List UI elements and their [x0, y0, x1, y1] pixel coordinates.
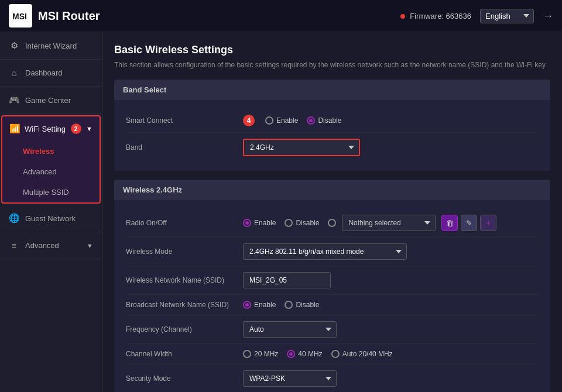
radio-disable-option[interactable]: Disable	[285, 219, 319, 227]
smart-connect-enable-radio[interactable]	[265, 116, 273, 125]
smart-connect-row: Smart Connect 4 Enable Disable	[126, 109, 539, 133]
sidebar-item-multiple-ssid[interactable]: Multiple SSID	[2, 182, 100, 202]
chevron-down-icon: ▼	[86, 125, 92, 132]
sidebar-wifi-setting-group: 📶 WiFi Setting 2 ▼ Wireless Advanced Mul…	[1, 115, 101, 204]
ssid-input[interactable]	[243, 272, 331, 288]
radio-nothing-radio[interactable]	[328, 219, 336, 227]
language-select[interactable]: English Chinese Japanese	[480, 9, 534, 23]
frequency-channel-control: Auto 1 6 11	[243, 321, 539, 338]
frequency-channel-row: Frequency (Channel) Auto 1 6 11	[126, 315, 539, 344]
firmware-info: Firmware: 663636	[400, 12, 471, 20]
band-select-body: Smart Connect 4 Enable Disable	[114, 100, 550, 171]
sidebar-item-game-center[interactable]: 🎮 Game Center	[0, 87, 102, 114]
firmware-status-dot	[400, 14, 405, 19]
sidebar-label-guest-network: Guest Network	[25, 214, 76, 223]
gamepad-icon: 🎮	[9, 95, 19, 105]
wireless-mode-select[interactable]: 2.4GHz 802.11 b/g/n/ax mixed mode 2.4GHz…	[243, 243, 407, 260]
radio-enable-option[interactable]: Enable	[243, 219, 276, 227]
broadcast-name-row: Broadcast Network Name (SSID) Enable Dis…	[126, 295, 539, 315]
radio-disable-label: Disable	[296, 219, 319, 227]
channel-40mhz-radio[interactable]	[287, 350, 295, 358]
sidebar-item-guest-network[interactable]: 🌐 Guest Network	[0, 205, 102, 232]
sidebar-item-wireless[interactable]: Wireless	[2, 141, 100, 161]
sidebar-label-wifi-setting: WiFi Setting	[25, 125, 66, 133]
page-title: Basic Wireless Settings	[114, 44, 550, 56]
security-mode-select[interactable]: WPA2-PSK WPA3-SAE None	[243, 370, 337, 387]
header: MSI MSI Router Firmware: 663636 English …	[0, 0, 562, 32]
radio-action-buttons: 🗑 ✎ ＋	[441, 215, 496, 231]
smart-connect-control: 4 Enable Disable	[243, 115, 539, 126]
frequency-channel-select[interactable]: Auto 1 6 11	[243, 321, 337, 338]
radio-on-off-group: Enable Disable	[243, 219, 336, 227]
band-row: Band 2.4GHz 5GHz 6GHz	[126, 133, 539, 162]
band-select-header: Band Select	[114, 80, 550, 100]
msi-logo-icon: MSI	[9, 4, 32, 27]
app-title: MSI Router	[38, 9, 100, 23]
main-content: Basic Wireless Settings This section all…	[102, 32, 562, 392]
sidebar-item-dashboard[interactable]: ⌂ Dashboard	[0, 60, 102, 87]
broadcast-enable-radio[interactable]	[243, 301, 251, 309]
smart-connect-radio-group: Enable Disable	[265, 116, 341, 125]
broadcast-disable-label: Disable	[296, 301, 319, 309]
smart-connect-disable-radio[interactable]	[307, 116, 315, 125]
network-name-label: Wireless Network Name (SSID)	[126, 276, 243, 284]
frequency-channel-label: Frequency (Channel)	[126, 325, 243, 333]
smart-connect-label: Smart Connect	[126, 116, 243, 125]
sidebar-item-wifi-setting[interactable]: 📶 WiFi Setting 2 ▼	[2, 116, 100, 141]
globe-icon: 🌐	[9, 213, 19, 223]
channel-width-label: Channel Width	[126, 350, 243, 358]
step-badge-4: 4	[243, 115, 255, 126]
sidebar-item-advanced[interactable]: ≡ Advanced ▼	[0, 232, 102, 259]
sidebar-item-internet-wizard[interactable]: ⚙ Internet Wizard	[0, 32, 102, 60]
channel-width-control: 20 MHz 40 MHz Auto 20/40 MHz	[243, 350, 539, 358]
radio-edit-button[interactable]: ✎	[461, 215, 477, 231]
wifi-badge: 2	[71, 123, 81, 134]
band-select-section: Band Select Smart Connect 4 Enable	[114, 80, 550, 171]
broadcast-enable-option[interactable]: Enable	[243, 301, 276, 309]
wireless-mode-control: 2.4GHz 802.11 b/g/n/ax mixed mode 2.4GHz…	[243, 243, 539, 260]
broadcast-enable-label: Enable	[254, 301, 276, 309]
chevron-down-icon-advanced: ▼	[87, 242, 93, 249]
channel-auto-radio[interactable]	[331, 350, 340, 358]
wifi-icon: 📶	[9, 123, 20, 134]
radio-nothing-option[interactable]	[328, 219, 336, 227]
sidebar-label-internet-wizard: Internet Wizard	[25, 42, 77, 50]
channel-40mhz-label: 40 MHz	[298, 350, 322, 358]
radio-enable-radio[interactable]	[243, 219, 251, 227]
network-name-row: Wireless Network Name (SSID)	[126, 266, 539, 295]
firmware-label: Firmware: 663636	[410, 12, 471, 20]
sidebar-item-advanced-wifi[interactable]: Advanced	[2, 161, 100, 182]
sidebar-label-game-center: Game Center	[25, 96, 71, 105]
channel-20mhz-radio[interactable]	[243, 350, 251, 358]
smart-connect-disable-option[interactable]: Disable	[307, 116, 341, 125]
broadcast-name-control: Enable Disable	[243, 301, 539, 309]
logout-button[interactable]: →	[543, 10, 553, 22]
security-mode-row: Security Mode WPA2-PSK WPA3-SAE None	[126, 365, 539, 392]
channel-auto-option[interactable]: Auto 20/40 MHz	[331, 350, 393, 358]
radio-add-button[interactable]: ＋	[480, 215, 496, 231]
main-layout: ⚙ Internet Wizard ⌂ Dashboard 🎮 Game Cen…	[0, 32, 562, 392]
nothing-selected-dropdown[interactable]: Nothing selected	[342, 215, 436, 231]
broadcast-radio-group: Enable Disable	[243, 301, 319, 309]
wifi-submenu: Wireless Advanced Multiple SSID	[2, 141, 100, 202]
broadcast-disable-radio[interactable]	[285, 301, 293, 309]
smart-connect-enable-label: Enable	[276, 116, 298, 125]
smart-connect-enable-option[interactable]: Enable	[265, 116, 298, 125]
channel-width-radio-group: 20 MHz 40 MHz Auto 20/40 MHz	[243, 350, 393, 358]
radio-on-off-label: Radio On/Off	[126, 219, 243, 227]
radio-delete-button[interactable]: 🗑	[441, 215, 458, 231]
page-description: This section allows configuration of the…	[114, 61, 550, 69]
radio-disable-radio[interactable]	[285, 219, 293, 227]
advanced-icon: ≡	[9, 240, 19, 250]
broadcast-disable-option[interactable]: Disable	[285, 301, 319, 309]
home-icon: ⌂	[9, 68, 19, 78]
channel-40mhz-option[interactable]: 40 MHz	[287, 350, 322, 358]
svg-text:MSI: MSI	[12, 12, 27, 21]
header-right: Firmware: 663636 English Chinese Japanes…	[400, 9, 553, 23]
channel-20mhz-label: 20 MHz	[254, 350, 278, 358]
radio-on-off-control: Enable Disable Nothing selected	[243, 215, 539, 231]
channel-20mhz-option[interactable]: 20 MHz	[243, 350, 278, 358]
gear-icon: ⚙	[9, 40, 19, 51]
band-select[interactable]: 2.4GHz 5GHz 6GHz	[243, 139, 360, 156]
wireless-mode-row: Wireless Mode 2.4GHz 802.11 b/g/n/ax mix…	[126, 238, 539, 266]
